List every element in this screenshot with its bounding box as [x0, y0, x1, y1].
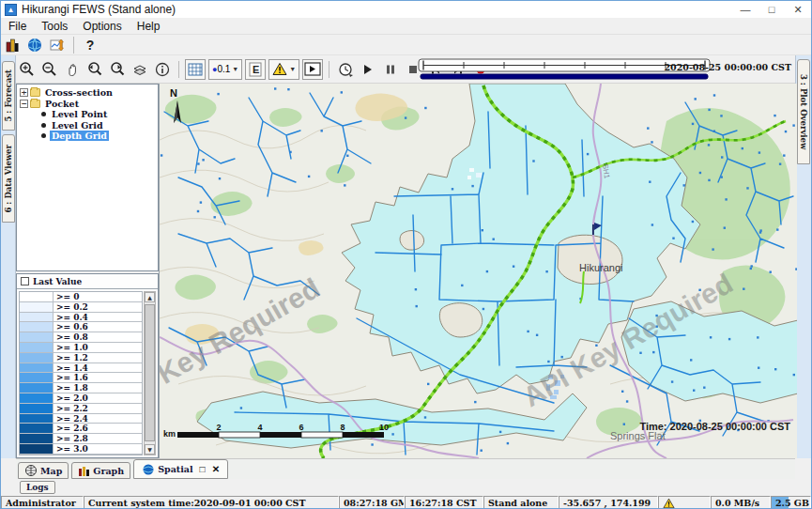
- legend-row[interactable]: >= 1.8: [20, 383, 142, 393]
- legend-row[interactable]: >= 3.2: [20, 455, 142, 455]
- legend-swatch: [20, 404, 54, 413]
- legend-row[interactable]: >= 0.2: [20, 302, 142, 313]
- info-button[interactable]: [152, 59, 173, 80]
- pan-button[interactable]: [62, 59, 83, 80]
- pause-button[interactable]: [380, 59, 401, 80]
- menu-bar: File Tools Options Help: [1, 18, 811, 35]
- main-toolbar: ?: [1, 35, 811, 55]
- legend-row[interactable]: >= 2.8: [20, 434, 142, 444]
- legend-row[interactable]: >= 2.6: [20, 424, 142, 434]
- play-button[interactable]: [358, 59, 378, 80]
- database-display-button[interactable]: [2, 35, 23, 55]
- legend-scrollbar[interactable]: ▲ ▼: [144, 291, 156, 455]
- tree-node-label[interactable]: Level Grid: [50, 120, 105, 131]
- legend-row[interactable]: >= 1.0: [20, 343, 142, 353]
- status-mode: Stand alone: [483, 496, 559, 509]
- menu-help[interactable]: Help: [130, 18, 168, 34]
- scroll-down-icon[interactable]: ▼: [145, 444, 155, 455]
- legend-swatch: [20, 455, 54, 455]
- timeseries-display-button[interactable]: [47, 35, 68, 55]
- minimize-button[interactable]: —: [732, 1, 758, 18]
- legend-row[interactable]: >= 0.4: [20, 313, 142, 323]
- tab-spatial[interactable]: Spatial □ ✕: [133, 459, 228, 479]
- legend-swatch: [20, 363, 54, 373]
- zoom-previous-icon: [86, 61, 103, 78]
- legend-label: >= 2.2: [54, 404, 91, 413]
- tree-node-cross-section[interactable]: + Cross-section: [17, 87, 158, 99]
- status-memory: 2.5 GB: [771, 496, 811, 509]
- zoom-next-button[interactable]: [107, 59, 128, 80]
- spatial-display-button[interactable]: [24, 35, 45, 55]
- legend-row[interactable]: >= 1.2: [20, 353, 142, 363]
- tree-node-depth-grid[interactable]: Depth Grid: [17, 131, 158, 142]
- globe-icon: [26, 37, 43, 54]
- contour-interval-dropdown[interactable]: ● 0.1 ▼: [208, 59, 242, 80]
- graph-bars-icon: [78, 465, 90, 477]
- menu-file[interactable]: File: [1, 18, 34, 34]
- status-warning[interactable]: [658, 496, 711, 509]
- scale-unit-label: km: [163, 429, 176, 439]
- tree-node-label[interactable]: Level Point: [50, 109, 109, 119]
- scale-tick: 2: [216, 423, 221, 432]
- last-value-checkbox[interactable]: [21, 277, 29, 285]
- logs-button[interactable]: Logs: [20, 481, 55, 494]
- island: [400, 231, 424, 251]
- close-button[interactable]: ✕: [785, 1, 811, 18]
- scroll-up-icon[interactable]: ▲: [145, 292, 155, 302]
- tab-plot-overview[interactable]: 3 : Plot Overview: [797, 59, 810, 164]
- status-coordinates: -35.657 , 174.199: [559, 496, 658, 509]
- tree-node-level-grid[interactable]: Level Grid: [17, 120, 158, 131]
- expand-icon[interactable]: +: [20, 88, 28, 97]
- island: [558, 235, 622, 284]
- clock-icon: [337, 61, 354, 78]
- tab-data-viewer[interactable]: 6 : Data Viewer: [2, 134, 15, 223]
- bullet-icon: [41, 133, 46, 138]
- layer-tree-panel: + Cross-section − Pocket Level Point Lev…: [16, 84, 159, 271]
- tab-map[interactable]: Map: [18, 462, 69, 479]
- collapse-icon[interactable]: −: [20, 100, 28, 108]
- legend-label: >= 2.4: [54, 414, 91, 424]
- legend-row[interactable]: >= 0: [20, 292, 142, 302]
- legend-row[interactable]: >= 2.0: [20, 393, 142, 404]
- animation-window-button[interactable]: [302, 59, 323, 80]
- zoom-previous-button[interactable]: [84, 59, 105, 80]
- help-button[interactable]: ?: [80, 35, 100, 55]
- grid-display-button[interactable]: [185, 59, 206, 80]
- legend-row[interactable]: >= 0.6: [20, 322, 142, 332]
- tab-forecast-label: 5 : Forecast: [4, 69, 13, 122]
- menu-tools[interactable]: Tools: [34, 18, 75, 34]
- zoom-in-icon: [19, 61, 36, 78]
- legend-row[interactable]: >= 2.4: [20, 414, 142, 424]
- info-icon: [154, 61, 171, 78]
- tree-node-label[interactable]: Cross-section: [43, 87, 115, 98]
- tab-close-icon[interactable]: ✕: [212, 464, 220, 474]
- tab-forecast[interactable]: 5 : Forecast: [2, 61, 15, 131]
- label-toggle-button[interactable]: E: [245, 59, 266, 80]
- map-canvas[interactable]: API Key Required API Key Required Hikura…: [159, 84, 797, 458]
- tab-data-viewer-label: 6 : Data Viewer: [4, 145, 13, 213]
- menu-options[interactable]: Options: [75, 18, 129, 34]
- tree-node-label-selected[interactable]: Depth Grid: [50, 131, 109, 141]
- scrollbar-thumb[interactable]: [145, 304, 155, 441]
- warning-threshold-dropdown[interactable]: ▼: [268, 59, 299, 80]
- tree-node-label[interactable]: Pocket: [43, 99, 81, 109]
- maximize-button[interactable]: □: [758, 1, 785, 18]
- tab-graph[interactable]: Graph: [71, 462, 130, 479]
- window-title: Hikurangi FEWS (Stand alone): [22, 3, 176, 16]
- legend-row[interactable]: >= 0.8: [20, 332, 142, 343]
- tab-map-label: Map: [40, 466, 62, 476]
- tree-node-level-point[interactable]: Level Point: [17, 109, 158, 120]
- zoom-out-button[interactable]: [39, 59, 60, 80]
- interval-value: 0.1: [217, 64, 230, 74]
- zoom-in-button[interactable]: [17, 59, 38, 80]
- tree-node-pocket[interactable]: − Pocket: [17, 99, 158, 110]
- legend-row[interactable]: >= 1.4: [20, 363, 142, 374]
- legend-row[interactable]: >= 3.0: [20, 444, 142, 455]
- tab-maximize-icon[interactable]: □: [200, 464, 206, 474]
- animation-settings-button[interactable]: [335, 59, 356, 80]
- legend-label: >= 1.0: [54, 343, 91, 352]
- legend-row[interactable]: >= 2.2: [20, 404, 142, 414]
- status-local-time-text: 16:27:18 CST: [409, 498, 476, 508]
- layers-button[interactable]: [130, 59, 150, 80]
- legend-row[interactable]: >= 1.6: [20, 373, 142, 383]
